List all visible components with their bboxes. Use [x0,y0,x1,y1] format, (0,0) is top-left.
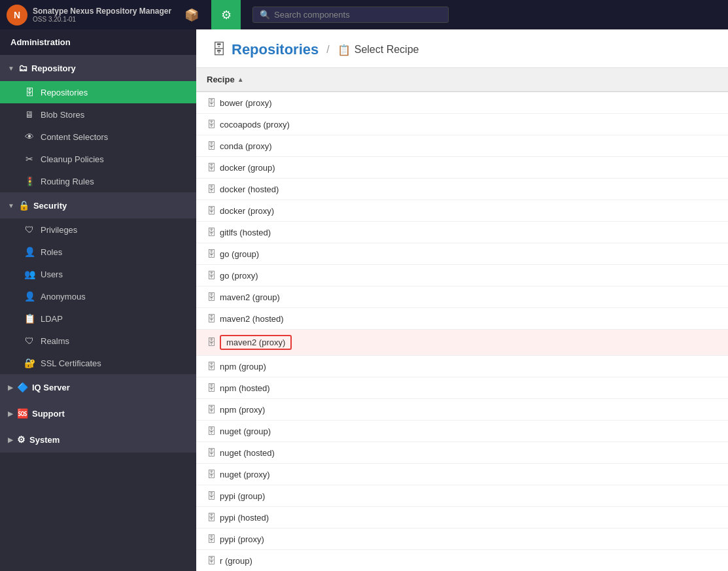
recipe-cell: 🗄npm (hosted) [196,377,728,399]
sidebar-item-routing-rules[interactable]: 🚦 Routing Rules [0,170,196,192]
sidebar-item-blob-stores[interactable]: 🖥 Blob Stores [0,103,196,126]
security-section-label: Security [33,201,67,211]
search-input[interactable] [274,10,442,20]
breadcrumb-current: 📋 Select Recipe [338,44,419,56]
app-title: Sonatype Nexus Repository Manager [33,7,171,16]
sidebar-realms-label: Realms [41,336,69,346]
recipe-sort[interactable]: Recipe ▲ [207,75,718,84]
content-area: 🗄 Repositories / 📋 Select Recipe Recipe … [196,29,728,571]
ssl-certificates-icon: 🔐 [24,358,35,368]
sidebar-item-cleanup-policies[interactable]: ✂ Cleanup Policies [0,148,196,170]
page-title: Repositories [232,41,319,58]
sidebar-item-privileges[interactable]: 🛡 Privileges [0,218,196,241]
table-row[interactable]: 🗄npm (group) [196,356,728,377]
db-icon: 🗄 [207,555,216,566]
table-row[interactable]: 🗄cocoapods (proxy) [196,114,728,135]
anonymous-icon: 👤 [24,291,35,302]
routing-rules-icon: 🚦 [24,176,35,186]
sidebar-support-section[interactable]: ▶ 🆘 Support [0,400,196,426]
table-row[interactable]: 🗄maven2 (hosted) [196,308,728,330]
recipe-label: docker (proxy) [220,206,274,216]
table-row[interactable]: 🗄docker (proxy) [196,200,728,222]
db-icon: 🗄 [207,491,216,501]
sidebar-item-repositories[interactable]: 🗄 Repositories [0,81,196,103]
content-header: 🗄 Repositories / 📋 Select Recipe [196,29,728,68]
table-row[interactable]: 🗄docker (hosted) [196,179,728,200]
db-icon: 🗄 [207,426,216,436]
sidebar-users-label: Users [41,269,63,279]
db-icon: 🗄 [207,337,216,347]
table-row[interactable]: 🗄pypi (proxy) [196,528,728,550]
recipe-cell: 🗄conda (proxy) [196,135,728,157]
recipe-cell: 🗄pypi (proxy) [196,528,728,550]
recipe-cell: 🗄maven2 (group) [196,286,728,308]
sidebar-security-section[interactable]: ▼ 🔒 Security [0,192,196,218]
table-row[interactable]: 🗄go (proxy) [196,265,728,286]
recipe-label: gitlfs (hosted) [220,228,271,237]
recipe-column-header[interactable]: Recipe ▲ [196,68,728,92]
db-icon: 🗄 [207,447,216,458]
table-header-row: Recipe ▲ [196,68,728,92]
sidebar-item-realms[interactable]: 🛡 Realms [0,330,196,352]
recipe-cell: 🗄go (proxy) [196,265,728,286]
table-row[interactable]: 🗄npm (proxy) [196,399,728,421]
system-chevron-icon: ▶ [8,436,13,443]
recipe-label: nuget (group) [220,426,271,436]
repository-chevron-icon: ▼ [8,65,14,72]
recipe-cell: 🗄cocoapods (proxy) [196,114,728,135]
table-row[interactable]: 🗄nuget (group) [196,421,728,442]
sidebar-iq-server-section[interactable]: ▶ 🔷 IQ Server [0,374,196,400]
table-row[interactable]: 🗄go (group) [196,243,728,265]
iq-chevron-icon: ▶ [8,384,13,391]
selected-recipe-label: maven2 (proxy) [220,335,292,350]
ldap-icon: 📋 [24,313,35,324]
sidebar-item-ssl-certificates[interactable]: 🔐 SSL Certificates [0,352,196,374]
table-row[interactable]: 🗄pypi (group) [196,485,728,507]
recipe-label: npm (hosted) [220,383,270,393]
table-row[interactable]: 🗄maven2 (proxy) [196,330,728,356]
recipe-cell: 🗄nuget (group) [196,421,728,442]
table-row[interactable]: 🗄docker (group) [196,157,728,179]
app-version: OSS 3.20.1-01 [33,16,171,23]
db-icon: 🗄 [207,534,216,544]
db-icon: 🗄 [207,162,216,173]
table-row[interactable]: 🗄nuget (proxy) [196,464,728,485]
repository-section-label: Repository [31,63,76,73]
topbar: N Sonatype Nexus Repository Manager OSS … [0,0,728,29]
table-row[interactable]: 🗄nuget (hosted) [196,442,728,464]
sidebar-item-ldap[interactable]: 📋 LDAP [0,307,196,330]
browse-button[interactable]: 📦 [177,0,206,29]
sidebar-admin-header[interactable]: Administration [0,29,196,55]
table-row[interactable]: 🗄gitlfs (hosted) [196,222,728,243]
recipe-label: conda (proxy) [220,141,271,151]
table-row[interactable]: 🗄pypi (hosted) [196,507,728,528]
support-label: Support [32,409,65,419]
recipe-cell: 🗄docker (proxy) [196,200,728,222]
table-row[interactable]: 🗄conda (proxy) [196,135,728,157]
logo-text: Sonatype Nexus Repository Manager OSS 3.… [33,7,171,23]
table-row[interactable]: 🗄r (group) [196,550,728,572]
sidebar-item-content-selectors[interactable]: 👁 Content Selectors [0,126,196,148]
support-icon: 🆘 [17,408,28,419]
sidebar-repository-section[interactable]: ▼ 🗂 Repository [0,55,196,81]
table-row[interactable]: 🗄maven2 (group) [196,286,728,308]
breadcrumb-icon: 📋 [338,44,351,56]
recipe-cell: 🗄bower (proxy) [196,92,728,114]
table-row[interactable]: 🗄npm (hosted) [196,377,728,399]
sidebar-item-roles[interactable]: 👤 Roles [0,241,196,263]
db-icon: 🗄 [207,512,216,523]
table-body: 🗄bower (proxy)🗄cocoapods (proxy)🗄conda (… [196,92,728,571]
sidebar: Administration ▼ 🗂 Repository 🗄 Reposito… [0,29,196,571]
recipe-cell: 🗄docker (group) [196,157,728,179]
sidebar-system-section[interactable]: ▶ ⚙ System [0,426,196,453]
sidebar-item-users[interactable]: 👥 Users [0,263,196,285]
table-row[interactable]: 🗄bower (proxy) [196,92,728,114]
iq-server-label: IQ Server [32,383,70,392]
recipes-table: Recipe ▲ 🗄bower (proxy)🗄cocoapods (proxy… [196,68,728,571]
recipe-label: r (group) [220,556,252,566]
sidebar-item-anonymous[interactable]: 👤 Anonymous [0,285,196,307]
db-icon: 🗄 [207,469,216,479]
settings-button[interactable]: ⚙ [211,0,241,29]
sort-asc-icon: ▲ [237,76,244,83]
realms-icon: 🛡 [24,336,35,346]
